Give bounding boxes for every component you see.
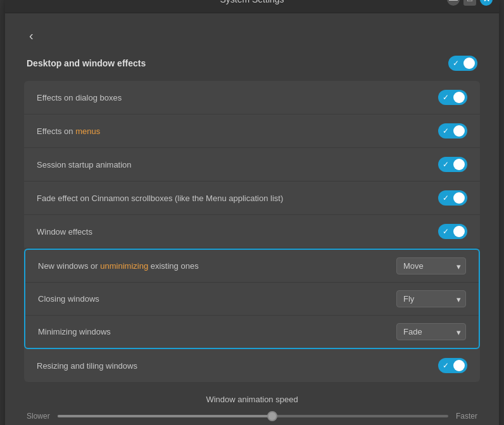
slider-row: Slower Faster (27, 412, 477, 421)
minimizing-windows-dropdown-wrapper: Fade None Scale Move Fly (396, 323, 466, 340)
main-window: System Settings — ☐ ✕ ‹ Desktop and wind… (5, 0, 499, 425)
slider-section: Window animation speed Slower Faster (24, 395, 480, 421)
setting-row-new-windows: New windows or unminimizing existing one… (25, 250, 479, 283)
setting-row-effects-menus: Effects on menus ✓ (24, 114, 480, 148)
titlebar: System Settings — ☐ ✕ (5, 0, 499, 13)
toggle-check-icon: ✓ (443, 361, 449, 370)
settings-panel: Effects on dialog boxes ✓ Effects on men… (24, 81, 480, 382)
setting-row-fade-cinnamon: Fade effect on Cinnamon scrollboxes (lik… (24, 182, 480, 215)
setting-row-minimizing-windows: Minimizing windows Fade None Scale Move … (25, 316, 479, 348)
setting-row-closing-windows: Closing windows Fly None Fade Scale Move (25, 283, 479, 316)
section-header: Desktop and window effects ✓ (24, 56, 480, 71)
new-windows-dropdown[interactable]: Move None Fade Scale Fly (396, 257, 466, 274)
fade-cinnamon-label: Fade effect on Cinnamon scrollboxes (lik… (37, 194, 283, 203)
setting-row-session-startup: Session startup animation ✓ (24, 148, 480, 182)
new-windows-dropdown-wrapper: Move None Fade Scale Fly (396, 257, 466, 274)
window-effects-label: Window effects (37, 227, 92, 237)
toggle-check-icon: ✓ (443, 227, 449, 236)
slider-slower-label: Slower (27, 412, 50, 421)
closing-windows-dropdown[interactable]: Fly None Fade Scale Move (396, 290, 466, 307)
minimize-button[interactable]: — (447, 0, 460, 6)
section-title: Desktop and window effects (27, 58, 146, 68)
close-button[interactable]: ✕ (480, 0, 493, 6)
minimizing-windows-label: Minimizing windows (38, 327, 111, 336)
toggle-check-icon: ✓ (443, 160, 449, 169)
back-button[interactable]: ‹ (24, 26, 39, 46)
dropdown-group: New windows or unminimizing existing one… (24, 249, 480, 349)
maximize-icon: ☐ (467, 0, 473, 3)
toggle-checkmark: ✓ (453, 59, 459, 68)
animation-speed-slider[interactable] (58, 415, 448, 417)
effects-menus-label: Effects on menus (37, 126, 100, 136)
maximize-button[interactable]: ☐ (463, 0, 476, 6)
effects-menus-toggle[interactable]: ✓ (438, 123, 467, 139)
setting-row-effects-dialog: Effects on dialog boxes ✓ (24, 81, 480, 114)
content-area: ‹ Desktop and window effects ✓ Effects o… (5, 13, 499, 425)
setting-row-resizing: Resizing and tiling windows ✓ (24, 349, 480, 382)
slider-faster-label: Faster (456, 412, 477, 421)
desktop-effects-toggle[interactable]: ✓ (448, 56, 477, 71)
new-windows-label: New windows or unminimizing existing one… (38, 261, 199, 271)
closing-windows-dropdown-wrapper: Fly None Fade Scale Move (396, 290, 466, 307)
toggle-check-icon: ✓ (443, 194, 449, 202)
slider-title: Window animation speed (27, 395, 477, 404)
effects-dialog-toggle[interactable]: ✓ (438, 90, 467, 105)
close-icon: ✕ (483, 0, 490, 3)
toggle-check-icon: ✓ (443, 126, 449, 135)
slider-fill (58, 415, 273, 417)
resizing-toggle[interactable]: ✓ (438, 358, 467, 373)
window-title: System Settings (220, 0, 284, 4)
titlebar-controls: — ☐ ✕ (447, 0, 493, 6)
closing-windows-label: Closing windows (38, 294, 99, 304)
minimizing-windows-dropdown[interactable]: Fade None Scale Move Fly (396, 323, 466, 340)
slider-thumb (267, 411, 277, 421)
setting-row-window-effects: Window effects ✓ (24, 215, 480, 249)
session-startup-label: Session startup animation (37, 160, 132, 169)
window-effects-toggle[interactable]: ✓ (438, 224, 467, 239)
resizing-label: Resizing and tiling windows (37, 361, 137, 371)
minimize-icon: — (449, 0, 458, 4)
toggle-check-icon: ✓ (443, 93, 449, 102)
effects-dialog-label: Effects on dialog boxes (37, 93, 122, 102)
fade-cinnamon-toggle[interactable]: ✓ (438, 190, 467, 206)
session-startup-toggle[interactable]: ✓ (438, 157, 467, 172)
